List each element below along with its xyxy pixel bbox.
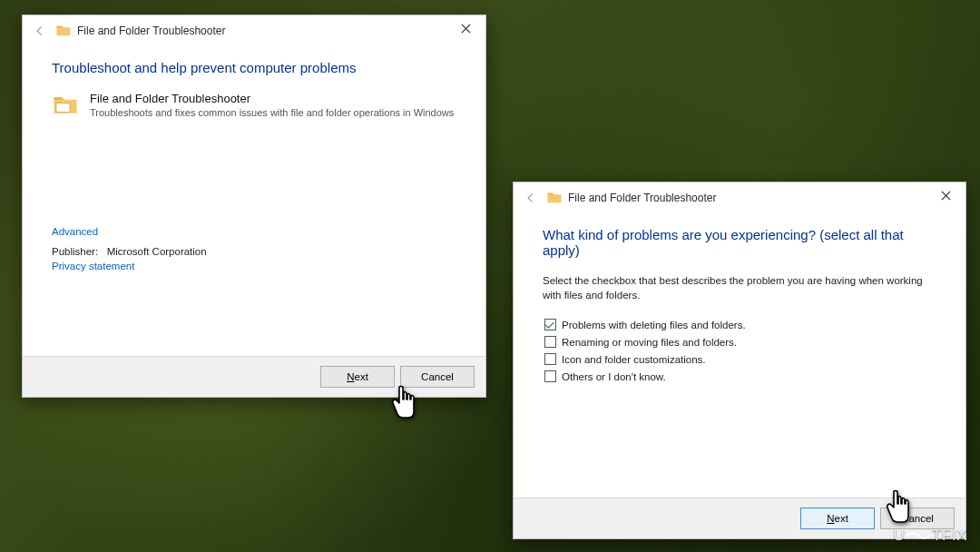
desktop-background: File and Folder Troubleshooter Troublesh…: [0, 0, 980, 552]
window-title: File and Folder Troubleshooter: [568, 192, 716, 204]
troubleshooter-dialog-intro: File and Folder Troubleshooter Troublesh…: [22, 15, 486, 398]
checkbox-icon[interactable]: [544, 353, 556, 365]
accelerator: N: [347, 371, 354, 382]
svg-rect-0: [56, 104, 70, 113]
folder-icon: [55, 23, 72, 39]
option-icon-customizations[interactable]: Icon and folder customizations.: [544, 353, 936, 365]
dialog-body: What kind of problems are you experienci…: [514, 214, 965, 391]
page-heading: What kind of problems are you experienci…: [543, 227, 936, 258]
back-button[interactable]: [30, 21, 50, 41]
page-heading: Troubleshoot and help prevent computer p…: [52, 60, 456, 75]
publisher-label: Publisher:: [52, 246, 98, 257]
troubleshooter-item[interactable]: File and Folder Troubleshooter Troublesh…: [52, 92, 456, 119]
item-title: File and Folder Troubleshooter: [90, 92, 454, 105]
checkbox-icon[interactable]: [544, 319, 556, 330]
accelerator: N: [827, 513, 834, 524]
advanced-link[interactable]: Advanced: [52, 226, 456, 237]
item-description: Troubleshoots and fixes common issues wi…: [90, 107, 454, 118]
checkbox-icon[interactable]: [544, 370, 556, 382]
cancel-button[interactable]: Cancel: [400, 366, 475, 388]
next-button[interactable]: Next: [800, 508, 875, 529]
option-label: Others or I don't know.: [562, 371, 666, 382]
option-others[interactable]: Others or I don't know.: [544, 370, 936, 382]
watermark-text-suffix: TFIX: [932, 527, 967, 545]
dialog-body: Troubleshoot and help prevent computer p…: [23, 47, 485, 281]
checkbox-list: Problems with deleting files and folders…: [544, 319, 936, 382]
titlebar: File and Folder Troubleshooter: [23, 15, 485, 47]
back-button[interactable]: [521, 188, 541, 208]
close-button[interactable]: [447, 15, 484, 41]
privacy-link[interactable]: Privacy statement: [52, 261, 456, 271]
close-button[interactable]: [927, 182, 964, 208]
checkbox-icon[interactable]: [544, 336, 556, 348]
watermark: U TFIX: [893, 527, 967, 545]
dialog-footer: Next Cancel: [23, 356, 485, 397]
option-label: Icon and folder customizations.: [562, 354, 706, 365]
option-label: Renaming or moving files and folders.: [562, 337, 737, 348]
option-rename[interactable]: Renaming or moving files and folders.: [544, 336, 936, 348]
instruction-text: Select the checkbox that best describes …: [543, 274, 936, 302]
watermark-glyph-icon: [906, 529, 931, 542]
publisher-line: Publisher: Microsoft Corporation: [52, 246, 456, 257]
folder-icon: [52, 92, 79, 119]
troubleshooter-dialog-questions: File and Folder Troubleshooter What kind…: [513, 182, 966, 539]
option-delete[interactable]: Problems with deleting files and folders…: [544, 319, 936, 330]
window-title: File and Folder Troubleshooter: [77, 25, 225, 37]
option-label: Problems with deleting files and folders…: [562, 320, 746, 330]
watermark-text-prefix: U: [893, 527, 905, 545]
next-button[interactable]: Next: [320, 366, 395, 388]
publisher-value: Microsoft Corporation: [107, 246, 207, 257]
titlebar: File and Folder Troubleshooter: [514, 182, 965, 214]
folder-icon: [546, 190, 563, 206]
